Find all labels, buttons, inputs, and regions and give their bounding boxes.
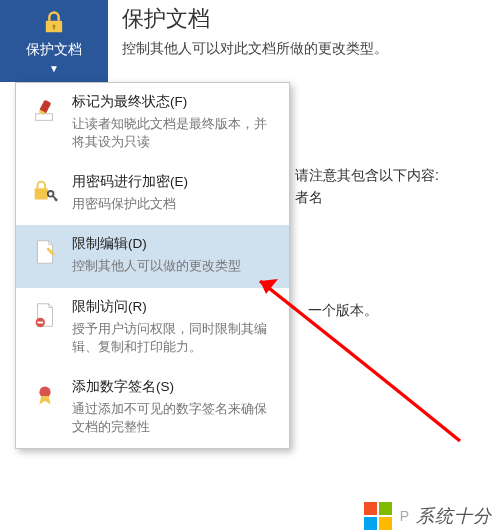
ribbon-seal-icon (28, 378, 62, 436)
menu-item-add-digital-signature[interactable]: 添加数字签名(S) 通过添加不可见的数字签名来确保文档的完整性 (16, 368, 289, 448)
microsoft-logo-icon (364, 502, 392, 530)
chevron-down-icon: ▼ (49, 64, 59, 74)
lock-icon (40, 9, 68, 37)
background-text-1: 请注意其包含以下内容: 者名 (295, 164, 439, 209)
protect-document-dropdown: 标记为最终状态(F) 让读者知晓此文档是最终版本，并将其设为只读 用密码进行加密… (15, 82, 290, 449)
protect-document-button[interactable]: 保护文档 ▼ (0, 0, 108, 82)
menu-item-desc: 用密码保护此文档 (72, 195, 277, 213)
menu-item-encrypt-with-password[interactable]: 用密码进行加密(E) 用密码保护此文档 (16, 163, 289, 225)
watermark: P 系统十分 (364, 502, 492, 530)
document-restrict-icon (28, 298, 62, 356)
svg-rect-3 (36, 114, 53, 121)
svg-rect-6 (35, 188, 48, 199)
svg-rect-2 (53, 26, 55, 29)
menu-item-desc: 授予用户访问权限，同时限制其编辑、复制和打印能力。 (72, 320, 277, 356)
menu-item-label: 限制编辑(D) (72, 235, 277, 253)
menu-item-restrict-access[interactable]: 限制访问(R) 授予用户访问权限，同时限制其编辑、复制和打印能力。 (16, 288, 289, 368)
ribbon-desc: 控制其他人可以对此文档所做的更改类型。 (122, 40, 490, 58)
menu-item-mark-as-final[interactable]: 标记为最终状态(F) 让读者知晓此文档是最终版本，并将其设为只读 (16, 83, 289, 163)
menu-item-desc: 让读者知晓此文档是最终版本，并将其设为只读 (72, 115, 277, 151)
document-pencil-icon (28, 235, 62, 275)
menu-item-label: 用密码进行加密(E) (72, 173, 277, 191)
watermark-dot: P (400, 508, 410, 524)
menu-item-desc: 控制其他人可以做的更改类型 (72, 257, 277, 275)
menu-item-restrict-editing[interactable]: 限制编辑(D) 控制其他人可以做的更改类型 (16, 225, 289, 287)
menu-item-label: 标记为最终状态(F) (72, 93, 277, 111)
menu-item-label: 添加数字签名(S) (72, 378, 277, 396)
svg-rect-10 (38, 321, 44, 323)
background-text-2: 一个版本。 (308, 302, 378, 320)
watermark-text: 系统十分 (416, 504, 492, 528)
protect-document-button-label: 保护文档 (26, 41, 82, 59)
menu-item-desc: 通过添加不可见的数字签名来确保文档的完整性 (72, 400, 277, 436)
marker-icon (28, 93, 62, 151)
lock-key-icon (28, 173, 62, 213)
menu-item-label: 限制访问(R) (72, 298, 277, 316)
ribbon-title: 保护文档 (122, 4, 490, 34)
